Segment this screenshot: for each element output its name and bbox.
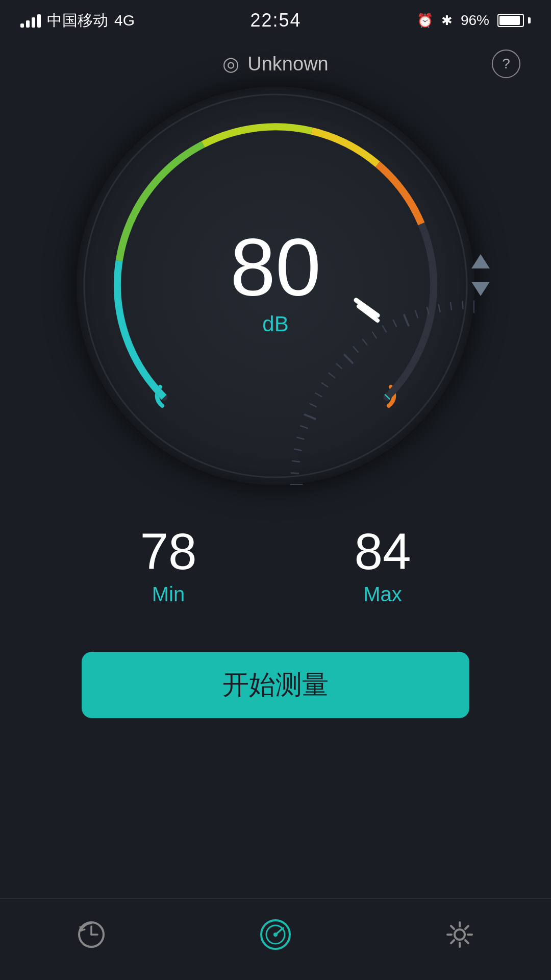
svg-line-90 <box>465 926 468 929</box>
bottom-nav <box>0 898 551 980</box>
svg-line-89 <box>465 940 468 943</box>
svg-point-83 <box>455 929 465 940</box>
nav-item-history[interactable] <box>76 919 107 950</box>
marker-down-icon <box>471 282 490 296</box>
min-stat: 78 Min <box>140 526 196 606</box>
svg-point-82 <box>273 933 278 937</box>
min-label: Min <box>140 583 196 606</box>
svg-line-88 <box>451 926 454 929</box>
level-markers <box>471 254 490 296</box>
location-label: Unknown <box>247 53 328 75</box>
nav-item-settings[interactable] <box>444 919 475 950</box>
carrier-label: 中国移动 <box>47 10 108 31</box>
start-button-wrapper: 开始测量 <box>0 652 551 718</box>
bluetooth-icon: ✱ <box>441 13 453 29</box>
network-label: 4G <box>114 12 135 29</box>
min-value: 78 <box>140 526 196 577</box>
clock: 22:54 <box>250 10 301 31</box>
status-right: ⏰ ✱ 96% <box>417 12 531 29</box>
marker-up-icon <box>471 254 490 268</box>
location-area: ◎ Unknown <box>222 53 328 75</box>
battery-icon <box>497 14 531 27</box>
alarm-icon: ⏰ <box>417 13 433 29</box>
start-button[interactable]: 开始测量 <box>82 652 469 718</box>
signal-icon <box>20 13 41 28</box>
max-label: Max <box>354 583 411 606</box>
gauge-arc-svg <box>77 87 474 485</box>
history-icon <box>76 919 107 950</box>
max-stat: 84 Max <box>354 526 411 606</box>
battery-percent: 96% <box>461 12 489 29</box>
settings-icon <box>444 919 475 950</box>
header: ◎ Unknown ? <box>0 41 551 87</box>
status-left: 中国移动 4G <box>20 10 135 31</box>
help-icon: ? <box>502 56 510 72</box>
stats-row: 78 Min 84 Max <box>0 495 551 636</box>
svg-line-2 <box>356 300 378 315</box>
svg-line-91 <box>451 940 454 943</box>
help-button[interactable]: ? <box>492 50 520 78</box>
status-bar: 中国移动 4G 22:54 ⏰ ✱ 96% <box>0 0 551 41</box>
max-value: 84 <box>354 526 411 577</box>
meter-icon <box>259 918 292 951</box>
location-pin-icon: ◎ <box>222 53 239 75</box>
gauge-ring: // This will be done via SVG elements be… <box>77 87 474 485</box>
nav-item-meter[interactable] <box>259 918 292 951</box>
